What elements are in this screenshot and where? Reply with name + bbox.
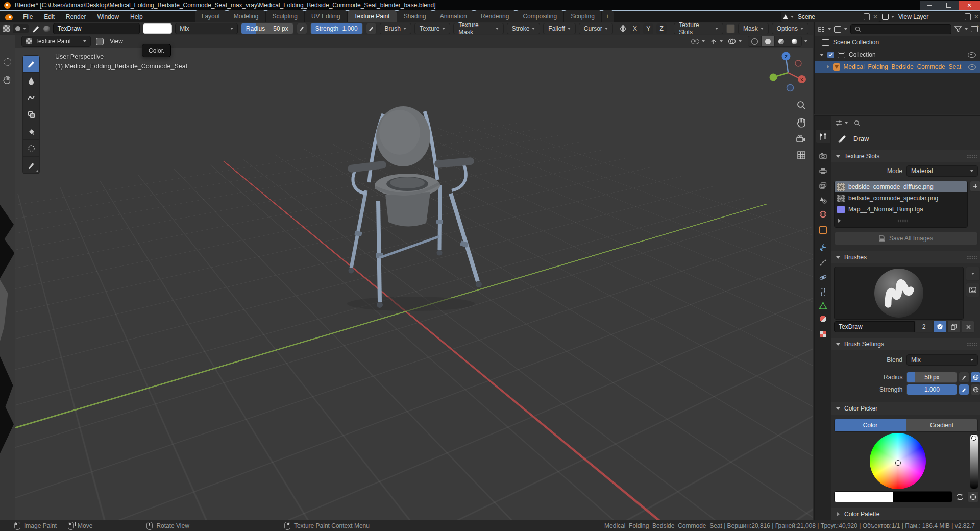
value-slider-handle[interactable] (971, 436, 976, 441)
options-popover[interactable]: Options (772, 23, 808, 34)
outliner-row-collection[interactable]: Collection (815, 49, 980, 61)
view-layer-selector[interactable]: View Layer ✕ (880, 12, 980, 22)
strength-slider[interactable]: Strength 1.000 (310, 23, 363, 34)
tab-rendering[interactable]: Rendering (474, 10, 516, 22)
radius-unified-toggle[interactable] (970, 372, 980, 383)
color-picker-panel-header[interactable]: Color Picker (831, 402, 980, 415)
tool-fill-button[interactable] (23, 123, 39, 140)
tab-scripting[interactable]: Scripting (564, 10, 601, 22)
tab-animation[interactable]: Animation (433, 10, 474, 22)
secondary-color-swatch[interactable] (726, 24, 735, 33)
new-scene-icon[interactable] (864, 13, 870, 20)
radius-pressure-toggle[interactable] (959, 372, 969, 383)
viewport-3d[interactable]: Texture Paint View (15, 35, 813, 520)
remove-view-layer-icon[interactable]: ✕ (974, 13, 979, 20)
strength-pressure-toggle[interactable] (366, 23, 377, 34)
hide-in-viewport-icon[interactable] (968, 52, 976, 58)
tab-particles[interactable] (816, 256, 830, 269)
tab-modifiers[interactable] (816, 240, 830, 254)
texture-mask-popover[interactable]: Texture Mask (453, 23, 503, 34)
add-workspace-button[interactable]: + (602, 10, 614, 22)
unified-color-toggle[interactable] (967, 491, 979, 502)
panel-grip-icon[interactable] (967, 343, 977, 346)
navigation-gizmo[interactable]: Z X (765, 47, 812, 94)
properties-search-icon[interactable] (854, 120, 861, 127)
show-object-types-icon[interactable] (691, 39, 699, 44)
tool-mask-button[interactable] (23, 140, 39, 157)
tab-view-layer[interactable] (816, 179, 830, 192)
strength-slider[interactable]: 1.000 (906, 384, 957, 395)
toggle-ortho-icon[interactable] (796, 150, 806, 160)
brush-preview-box[interactable] (834, 267, 964, 320)
overlays-toggle-icon[interactable] (728, 38, 736, 44)
gradient-tab-button[interactable]: Gradient (906, 419, 977, 431)
unlink-brush-button[interactable] (962, 321, 975, 333)
view-menu[interactable]: View (110, 38, 123, 45)
tool-draw-button[interactable] (23, 56, 39, 73)
outliner-display-mode-icon[interactable] (818, 26, 825, 33)
disclosure-open-icon[interactable] (820, 54, 824, 56)
blend-mode-dropdown[interactable]: Mix (175, 23, 238, 34)
texture-slots-panel-header[interactable]: Texture Slots (831, 150, 980, 162)
tab-sculpting[interactable]: Sculpting (266, 10, 304, 22)
new-collection-icon[interactable]: + (971, 26, 978, 32)
color-tab-button[interactable]: Color (835, 419, 906, 431)
tab-uv-editing[interactable]: UV Editing (305, 10, 347, 22)
brush-name-field[interactable]: TexDraw (53, 23, 140, 34)
tab-tool[interactable] (816, 130, 830, 143)
brush-name-field[interactable]: TexDraw (834, 321, 915, 332)
outliner-filter-scene-icon[interactable] (834, 26, 841, 33)
blender-logo-icon[interactable] (5, 14, 13, 20)
swap-colors-icon[interactable] (955, 493, 964, 501)
falloff-popover[interactable]: Falloff (543, 23, 575, 34)
tab-physics[interactable] (816, 271, 830, 284)
fake-user-toggle[interactable] (933, 321, 946, 333)
brush-preview-thumb[interactable] (43, 26, 50, 32)
cursor-popover[interactable]: Cursor (579, 23, 613, 34)
zoom-view-icon[interactable] (796, 100, 806, 110)
primary-color-swatch[interactable] (835, 492, 893, 502)
secondary-color-swatch[interactable] (893, 492, 952, 502)
mirror-y-toggle[interactable]: Y (643, 23, 653, 34)
close-button[interactable]: ✕ (959, 1, 980, 10)
tab-material[interactable] (816, 312, 830, 325)
color-wheel-cursor[interactable] (896, 461, 900, 465)
texture-slot-row-selected[interactable]: bedside_commode_diffuse.png (835, 181, 967, 192)
value-slider[interactable] (970, 434, 978, 489)
brush-preview-dropdown-button[interactable] (966, 267, 980, 281)
brush-datablock-selector[interactable] (13, 24, 29, 33)
radius-pressure-toggle[interactable] (297, 23, 307, 34)
tab-modeling[interactable]: Modeling (227, 10, 265, 22)
strength-pressure-toggle[interactable] (959, 384, 969, 395)
tab-texture-paint[interactable]: Texture Paint (348, 10, 397, 22)
tool-clone-button[interactable] (23, 106, 39, 123)
texture-slot-row[interactable]: Map__4_Normal_Bump.tga (835, 204, 967, 215)
brush-users-count[interactable]: 2 (916, 321, 932, 333)
filter-funnel-icon[interactable] (954, 26, 962, 32)
paint-color-swatch[interactable] (143, 23, 172, 34)
menu-render[interactable]: Render (61, 13, 91, 20)
stroke-popover[interactable]: Stroke (507, 23, 541, 34)
falloff-shape-icon[interactable] (96, 38, 104, 45)
brush-custom-icon-button[interactable] (966, 283, 980, 297)
minimize-button[interactable] (920, 1, 939, 10)
tool-soften-button[interactable] (23, 73, 39, 89)
shading-options-chevron-icon[interactable] (804, 40, 807, 42)
menu-edit[interactable]: Edit (39, 13, 60, 20)
gizmos-toggle-icon[interactable] (710, 38, 717, 45)
tab-data[interactable] (816, 299, 830, 312)
mirror-x-toggle[interactable]: X (630, 23, 640, 34)
tool-smear-button[interactable] (23, 89, 39, 106)
shading-rendered-button[interactable] (788, 36, 801, 46)
collection-checkbox[interactable] (827, 52, 834, 58)
tab-scene[interactable] (816, 194, 830, 207)
shading-wireframe-button[interactable] (748, 36, 762, 46)
camera-view-icon[interactable] (796, 135, 806, 144)
outliner-search-input[interactable] (850, 24, 951, 34)
tab-constraints[interactable] (816, 285, 830, 299)
tab-render[interactable] (816, 149, 830, 162)
tab-output[interactable] (816, 164, 830, 178)
scene-selector[interactable]: Scene ✕ (781, 12, 880, 22)
commode-chair-model[interactable] (334, 105, 487, 319)
maximize-button[interactable] (939, 1, 959, 10)
